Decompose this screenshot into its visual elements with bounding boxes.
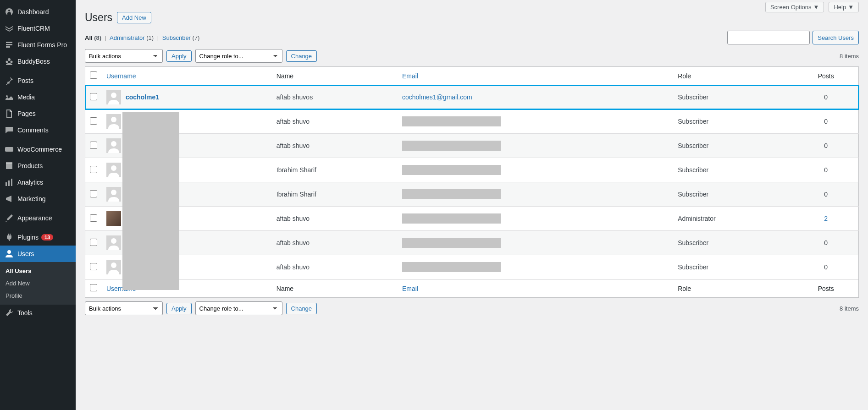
submenu-all-users[interactable]: All Users: [0, 265, 76, 277]
sidebar-item-buddyboss[interactable]: BuddyBoss: [0, 53, 76, 70]
submenu-profile[interactable]: Profile: [0, 290, 76, 302]
comments-icon: [5, 126, 14, 135]
sidebar-item-label: Pages: [17, 110, 36, 117]
media-icon: [5, 93, 14, 102]
user-avatar: [106, 90, 121, 104]
col-username[interactable]: Username: [106, 72, 136, 80]
user-role: Subscriber: [673, 134, 793, 158]
sidebar-item-posts[interactable]: Posts: [0, 72, 76, 89]
svg-point-16: [111, 117, 116, 122]
chevron-down-icon: ▼: [848, 4, 854, 11]
sidebar-item-label: Dashboard: [17, 8, 49, 16]
sidebar-item-woocommerce[interactable]: WooCommerce: [0, 141, 76, 158]
user-icon: [5, 249, 14, 258]
sidebar-item-analytics[interactable]: Analytics: [0, 174, 76, 191]
sidebar-item-marketing[interactable]: Marketing: [0, 191, 76, 207]
apply-button-bottom[interactable]: Apply: [166, 303, 192, 314]
select-all-bottom[interactable]: [90, 284, 97, 291]
svg-rect-6: [5, 147, 13, 152]
row-checkbox[interactable]: [90, 214, 97, 222]
filter-administrator[interactable]: Administrator (1): [110, 34, 154, 41]
table-row: aftab shuvoSubscriber0: [85, 231, 859, 255]
col-email-foot[interactable]: Email: [402, 285, 418, 292]
user-name: aftab shuvo: [272, 207, 398, 231]
sidebar-item-users[interactable]: Users: [0, 246, 76, 262]
filter-all[interactable]: All (8): [85, 34, 101, 41]
row-checkbox[interactable]: [90, 263, 97, 270]
tools-icon: [5, 308, 14, 317]
select-all-top[interactable]: [90, 71, 97, 79]
sidebar-item-media[interactable]: Media: [0, 89, 76, 105]
change-role-select-bottom[interactable]: Change role to...: [195, 301, 282, 315]
apply-button-top[interactable]: Apply: [166, 50, 192, 62]
svg-rect-0: [6, 42, 12, 43]
user-avatar: [106, 260, 121, 274]
bulk-actions-select-bottom[interactable]: Bulk actions: [85, 301, 163, 315]
user-name: aftab shuvo: [272, 231, 398, 255]
col-name-foot[interactable]: Name: [276, 285, 293, 292]
add-new-button[interactable]: Add New: [117, 12, 151, 23]
user-role: Subscriber: [673, 255, 793, 279]
admin-sidebar: DashboardFluentCRMFluent Forms ProBuddyB…: [0, 0, 76, 410]
col-email[interactable]: Email: [402, 72, 418, 80]
svg-point-12: [7, 250, 11, 254]
user-posts: 0: [824, 191, 828, 198]
sidebar-item-products[interactable]: Products: [0, 158, 76, 174]
row-checkbox[interactable]: [90, 117, 97, 125]
table-row: Ibrahim SharifSubscriber0: [85, 158, 859, 182]
svg-rect-11: [11, 179, 12, 186]
sidebar-item-fluent-forms-pro[interactable]: Fluent Forms Pro: [0, 37, 76, 53]
user-name: Ibrahim Sharif: [272, 182, 398, 207]
redacted-email: [402, 189, 501, 199]
sidebar-item-tools[interactable]: Tools: [0, 305, 76, 321]
redacted-email: [402, 213, 501, 224]
screen-options-button[interactable]: Screen Options ▼: [765, 2, 824, 12]
table-row: Ibrahim SharifSubscriber0: [85, 182, 859, 207]
user-posts: 0: [824, 263, 828, 271]
row-checkbox[interactable]: [90, 239, 97, 246]
sidebar-item-plugins[interactable]: Plugins13: [0, 229, 76, 246]
help-button[interactable]: Help ▼: [829, 2, 859, 12]
svg-rect-8: [6, 162, 12, 164]
col-name[interactable]: Name: [276, 72, 293, 80]
sidebar-item-pages[interactable]: Pages: [0, 105, 76, 122]
svg-point-20: [111, 165, 116, 171]
buddyboss-icon: [5, 57, 14, 66]
user-avatar: [106, 187, 121, 202]
row-checkbox[interactable]: [90, 93, 97, 100]
bulk-actions-select[interactable]: Bulk actions: [85, 49, 163, 63]
change-button-bottom[interactable]: Change: [286, 303, 317, 314]
redacted-email: [402, 165, 501, 175]
update-badge: 13: [41, 234, 53, 241]
svg-point-22: [111, 190, 116, 195]
sidebar-item-comments[interactable]: Comments: [0, 122, 76, 138]
user-role: Subscriber: [673, 85, 793, 109]
username-link[interactable]: cocholme1: [126, 93, 159, 101]
svg-rect-10: [8, 180, 10, 186]
change-role-select[interactable]: Change role to...: [195, 49, 282, 63]
filter-subscriber[interactable]: Subscriber (7): [162, 34, 200, 41]
svg-rect-7: [6, 164, 12, 169]
sidebar-item-label: Posts: [17, 77, 33, 84]
sidebar-item-appearance[interactable]: Appearance: [0, 210, 76, 226]
table-row: aftab shuvoAdministrator2: [85, 207, 859, 231]
marketing-icon: [5, 194, 14, 203]
col-role: Role: [678, 72, 691, 80]
col-posts-foot: Posts: [818, 285, 834, 292]
search-users-input[interactable]: [727, 31, 810, 44]
page-title: Users: [85, 11, 112, 24]
change-button-top[interactable]: Change: [286, 50, 317, 62]
row-checkbox[interactable]: [90, 190, 97, 197]
row-checkbox[interactable]: [90, 166, 97, 173]
search-users-button[interactable]: Search Users: [813, 31, 859, 44]
row-checkbox[interactable]: [90, 142, 97, 149]
sidebar-item-fluentcrm[interactable]: FluentCRM: [0, 20, 76, 37]
user-email-link[interactable]: cocholmes1@gmail.com: [402, 93, 472, 101]
sidebar-item-dashboard[interactable]: Dashboard: [0, 4, 76, 20]
user-role: Subscriber: [673, 231, 793, 255]
sidebar-item-label: Appearance: [17, 214, 52, 222]
user-posts: 0: [824, 166, 828, 174]
submenu-add-new[interactable]: Add New: [0, 277, 76, 290]
user-posts-link[interactable]: 2: [824, 215, 828, 222]
user-role: Subscriber: [673, 158, 793, 182]
